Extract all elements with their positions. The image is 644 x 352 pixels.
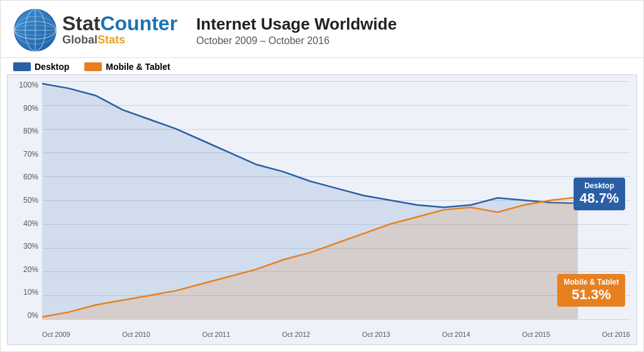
x-axis-label: Oct 2010 [122, 331, 150, 338]
chart-area: 100%90%80%70%60%50%40%30%20%10%0% Oct 20… [7, 74, 637, 345]
logo-text: StatCounter GlobalStats [62, 13, 177, 47]
x-axis-label: Oct 2016 [602, 331, 630, 338]
x-axis-label: Oct 2009 [42, 331, 70, 338]
logo-global-text: Global [62, 33, 97, 46]
logo-statcounter: StatCounter [62, 13, 177, 33]
y-axis-label: 50% [23, 196, 38, 204]
legend-desktop: Desktop [13, 62, 69, 72]
y-axis-label: 10% [23, 288, 38, 296]
logo-counter: Counter [100, 12, 177, 35]
desktop-data-label: Desktop 48.7% [574, 178, 625, 210]
y-axis-label: 20% [23, 266, 38, 273]
legend-mobile: Mobile & Tablet [84, 62, 170, 72]
y-axis-label: 100% [19, 81, 38, 89]
title-area: Internet Usage Worldwide October 2009 – … [196, 14, 631, 47]
chart-subtitle: October 2009 – October 2016 [196, 35, 631, 47]
header: StatCounter GlobalStats Internet Usage W… [1, 1, 643, 58]
mobile-label-title: Mobile & Tablet [564, 278, 619, 287]
y-axis: 100%90%80%70%60%50%40%30%20%10%0% [8, 81, 42, 319]
mobile-data-label: Mobile & Tablet 51.3% [557, 274, 625, 307]
y-axis-label: 60% [23, 173, 38, 181]
logo-globalstats: GlobalStats [62, 33, 177, 47]
y-axis-label: 0% [28, 312, 38, 319]
y-axis-label: 70% [23, 150, 38, 158]
globe-icon [13, 8, 57, 52]
x-axis: Oct 2009Oct 2010Oct 2011Oct 2012Oct 2013… [42, 331, 630, 338]
y-axis-label: 30% [23, 242, 38, 250]
x-axis-label: Oct 2015 [522, 331, 550, 338]
legend: Desktop Mobile & Tablet [1, 58, 643, 74]
desktop-label-title: Desktop [580, 181, 619, 190]
x-axis-label: Oct 2012 [282, 331, 311, 338]
grid-line [42, 319, 630, 320]
x-axis-label: Oct 2013 [362, 331, 391, 338]
y-axis-label: 90% [23, 105, 38, 112]
legend-desktop-color [13, 62, 31, 71]
y-axis-label: 80% [23, 127, 38, 135]
legend-mobile-label: Mobile & Tablet [106, 62, 170, 72]
legend-desktop-label: Desktop [35, 62, 69, 72]
logo-stat: Stat [62, 12, 100, 35]
chart-title: Internet Usage Worldwide [196, 14, 631, 34]
chart-svg [42, 81, 630, 319]
y-axis-label: 40% [23, 220, 38, 227]
x-axis-label: Oct 2014 [442, 331, 470, 338]
logo-stats-text: Stats [97, 33, 125, 46]
legend-mobile-color [84, 62, 102, 71]
x-axis-label: Oct 2011 [202, 331, 230, 338]
desktop-label-value: 48.7% [580, 190, 619, 207]
main-container: StatCounter GlobalStats Internet Usage W… [0, 0, 644, 352]
mobile-label-value: 51.3% [564, 287, 619, 303]
logo-area: StatCounter GlobalStats [13, 8, 177, 52]
